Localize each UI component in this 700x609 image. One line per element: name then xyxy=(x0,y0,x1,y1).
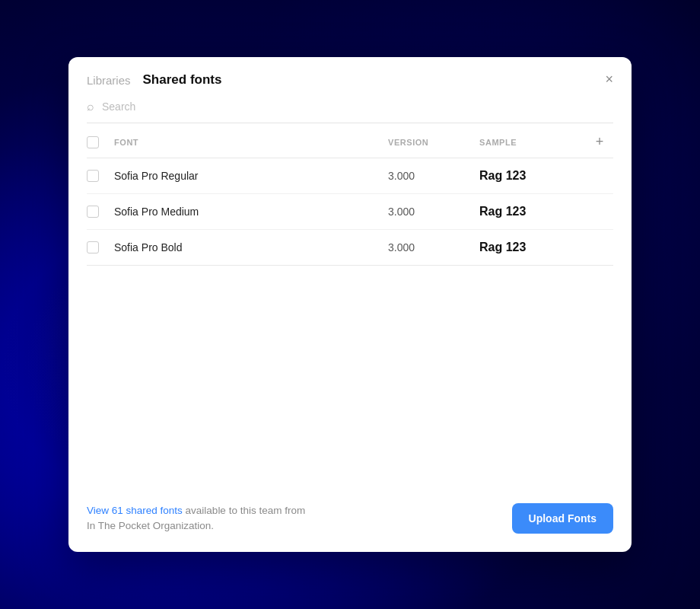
add-font-button[interactable]: + xyxy=(586,134,613,150)
shared-fonts-info: View 61 shared fonts available to this t… xyxy=(87,503,315,534)
table-row: Sofia Pro Medium 3.000 Rag 123 xyxy=(87,194,613,230)
view-shared-fonts-link[interactable]: View 61 shared fonts xyxy=(87,505,183,516)
breadcrumb-libraries[interactable]: Libraries xyxy=(87,74,131,87)
select-all-checkbox[interactable] xyxy=(87,136,99,148)
font-name-1: Sofia Pro Regular xyxy=(114,170,388,182)
version-1: 3.000 xyxy=(388,170,479,182)
shared-fonts-modal: Libraries Shared fonts × ⌕ FONT VERSION … xyxy=(68,57,632,552)
font-name-3: Sofia Pro Bold xyxy=(114,241,388,253)
version-2: 3.000 xyxy=(388,206,479,218)
search-icon: ⌕ xyxy=(87,100,94,113)
modal-header: Libraries Shared fonts × xyxy=(68,57,632,88)
modal-title: Shared fonts xyxy=(143,72,222,88)
search-bar: ⌕ xyxy=(87,100,613,123)
table-header: FONT VERSION SAMPLE + xyxy=(87,123,613,158)
table-row: Sofia Pro Bold 3.000 Rag 123 xyxy=(87,230,613,266)
close-button[interactable]: × xyxy=(602,69,616,89)
font-name-2: Sofia Pro Medium xyxy=(114,206,388,218)
row-checkbox-2[interactable] xyxy=(87,206,99,218)
version-3: 3.000 xyxy=(388,241,479,253)
upload-fonts-button[interactable]: Upload Fonts xyxy=(512,503,613,534)
sample-1: Rag 123 xyxy=(479,169,586,183)
font-table: FONT VERSION SAMPLE + Sofia Pro Regular … xyxy=(87,123,613,488)
table-row: Sofia Pro Regular 3.000 Rag 123 xyxy=(87,158,613,194)
col-header-font: FONT xyxy=(114,138,388,147)
col-header-sample: SAMPLE xyxy=(479,138,586,147)
col-header-version: VERSION xyxy=(388,138,479,147)
sample-3: Rag 123 xyxy=(479,241,586,254)
search-input[interactable] xyxy=(102,100,613,113)
sample-2: Rag 123 xyxy=(479,205,586,218)
row-checkbox-1[interactable] xyxy=(87,170,99,182)
select-all-col xyxy=(87,136,114,148)
modal-footer: View 61 shared fonts available to this t… xyxy=(68,488,632,553)
row-checkbox-3[interactable] xyxy=(87,241,99,253)
